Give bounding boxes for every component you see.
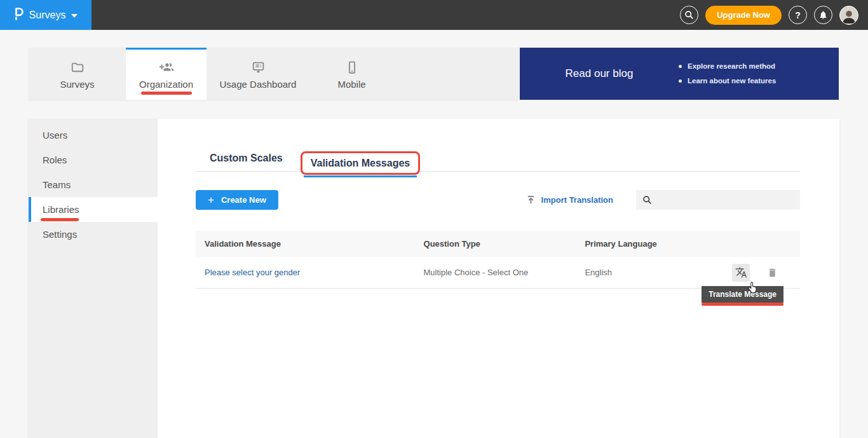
sidebar-item-label: Settings — [43, 229, 77, 240]
tab-validation-messages[interactable]: Validation Messages — [301, 151, 421, 175]
topbar-actions: Upgrade Now ? — [680, 6, 868, 25]
create-new-label: Create New — [221, 195, 266, 205]
module-tab-label: Organization — [139, 79, 193, 90]
annotation-underline-libraries — [41, 218, 79, 221]
sidebar-item-roles[interactable]: Roles — [29, 147, 158, 172]
column-header-question-type: Question Type — [424, 239, 585, 249]
blog-bullet-text: Learn about new features — [688, 74, 776, 88]
module-tab-label: Usage Dashboard — [220, 79, 297, 90]
question-mark-icon: ? — [795, 10, 801, 20]
tabs-divider — [196, 171, 800, 172]
sidebar-item-label: Teams — [43, 179, 71, 190]
search-button[interactable] — [680, 6, 698, 24]
delete-button[interactable] — [763, 264, 781, 282]
module-tab-organization[interactable]: Organization — [126, 48, 207, 100]
annotation-underline-tooltip — [702, 303, 783, 306]
toolbar: + Create New Import Translation — [196, 190, 800, 210]
tab-custom-scales[interactable]: Custom Scales — [210, 153, 283, 170]
annotation-underline-organization — [141, 92, 192, 95]
hand-cursor-icon — [746, 281, 758, 295]
notifications-button[interactable] — [814, 6, 832, 24]
product-switcher-label: Surveys — [29, 10, 66, 21]
translate-message-tooltip: Translate Message — [702, 286, 783, 303]
bell-icon — [818, 10, 828, 20]
primary-language-value: English — [585, 268, 707, 277]
column-header-primary-language: Primary Language — [585, 239, 707, 249]
product-switcher[interactable]: Surveys — [0, 0, 92, 30]
main-card: Users Roles Teams Libraries Settings Cus… — [29, 119, 839, 438]
sidebar-item-label: Libraries — [43, 204, 79, 215]
settings-sidebar: Users Roles Teams Libraries Settings — [29, 119, 158, 438]
group-add-icon — [159, 60, 174, 74]
chevron-down-icon — [71, 14, 78, 18]
sidebar-item-settings[interactable]: Settings — [29, 222, 158, 247]
table-header-row: Validation Message Question Type Primary… — [196, 231, 800, 257]
upload-icon — [526, 195, 536, 205]
library-tabs: Custom Scales Validation Messages — [210, 149, 800, 170]
bullet-dot-icon — [679, 79, 682, 83]
upgrade-now-button[interactable]: Upgrade Now — [705, 6, 782, 25]
validation-messages-table: Validation Message Question Type Primary… — [196, 231, 800, 289]
toolbar-right: Import Translation — [526, 190, 800, 210]
module-tabs: Surveys Organization Usage Dashboard — [29, 48, 520, 100]
libraries-content: Custom Scales Validation Messages + Crea… — [158, 119, 839, 438]
sidebar-item-label: Users — [43, 130, 67, 140]
person-photo-icon — [841, 8, 857, 24]
table-search-box — [636, 190, 800, 210]
import-translation-label: Import Translation — [541, 195, 613, 205]
mobile-phone-icon — [345, 60, 359, 74]
search-input[interactable] — [656, 195, 796, 205]
validation-message-link[interactable]: Please select your gender — [205, 268, 300, 277]
blog-bullet-item: Learn about new features — [679, 74, 776, 88]
module-tab-label: Mobile — [337, 79, 365, 90]
bullet-dot-icon — [679, 65, 682, 68]
blog-banner-bullets: Explore research method Learn about new … — [679, 59, 799, 88]
translate-icon — [735, 266, 747, 278]
user-avatar[interactable] — [839, 6, 858, 25]
trash-icon — [767, 267, 778, 278]
blog-banner-title: Read our blog — [520, 67, 679, 80]
create-new-button[interactable]: + Create New — [196, 190, 278, 210]
table-row: Please select your gender Multiple Choic… — [196, 257, 800, 289]
questionpro-logo-icon — [14, 7, 24, 24]
module-tab-label: Surveys — [60, 79, 94, 90]
search-icon — [684, 10, 694, 20]
module-nav-row: Surveys Organization Usage Dashboard — [29, 48, 839, 100]
folder-icon — [71, 60, 85, 74]
blog-bullet-text: Explore research method — [688, 59, 775, 74]
import-translation-link[interactable]: Import Translation — [526, 195, 613, 205]
plus-icon: + — [208, 194, 214, 207]
sidebar-item-teams[interactable]: Teams — [29, 172, 158, 197]
sidebar-item-users[interactable]: Users — [29, 123, 158, 147]
module-tab-usage-dashboard[interactable]: Usage Dashboard — [207, 48, 309, 100]
question-type-value: Multiple Choice - Select One — [424, 268, 585, 277]
module-tab-surveys[interactable]: Surveys — [29, 48, 126, 100]
blog-bullet-item: Explore research method — [679, 59, 776, 74]
column-header-validation-message: Validation Message — [196, 239, 424, 249]
module-tab-mobile[interactable]: Mobile — [309, 48, 394, 100]
row-actions — [707, 264, 800, 282]
search-icon — [642, 195, 652, 205]
sidebar-item-libraries[interactable]: Libraries — [29, 197, 158, 222]
translate-message-button[interactable] — [732, 264, 750, 282]
tooltip-label: Translate Message — [709, 290, 776, 299]
dashboard-monitor-icon — [251, 60, 266, 74]
blog-banner[interactable]: Read our blog Explore research method Le… — [520, 48, 839, 100]
tab-validation-messages-label: Validation Messages — [311, 158, 410, 168]
sidebar-item-label: Roles — [43, 154, 67, 165]
topbar: Surveys Upgrade Now ? — [0, 0, 868, 30]
active-tab-indicator — [304, 175, 417, 177]
help-button[interactable]: ? — [789, 6, 807, 24]
